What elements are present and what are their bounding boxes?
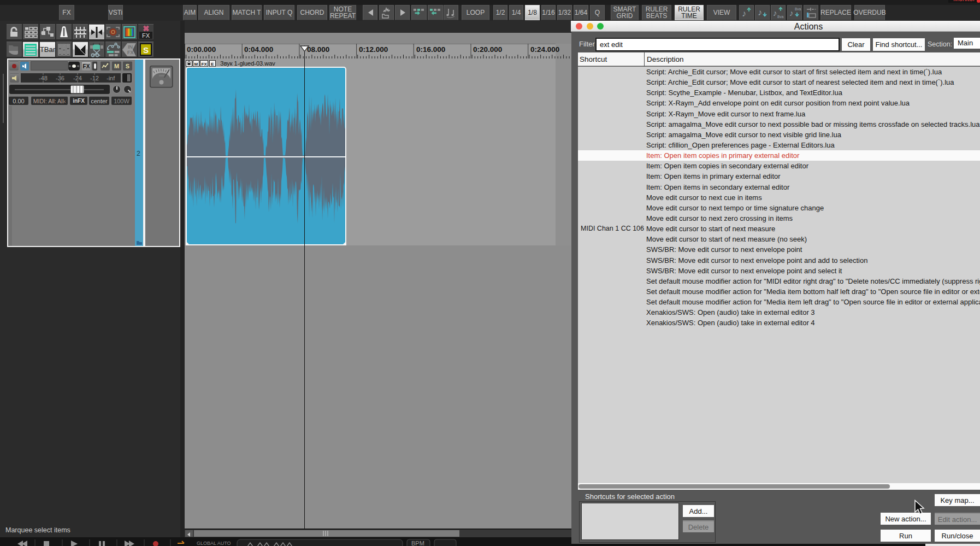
svg-text:8va: 8va xyxy=(777,15,783,19)
svg-text:E: E xyxy=(211,62,214,67)
svg-text:FX: FX xyxy=(142,32,150,39)
svg-text:FX: FX xyxy=(202,62,208,67)
svg-text:0:00.000: 0:00.000 xyxy=(187,45,216,54)
svg-text:♪: ♪ xyxy=(742,9,746,18)
svg-text:M: M xyxy=(194,62,198,67)
svg-text:♪: ♪ xyxy=(773,8,777,17)
svg-text:IN: IN xyxy=(128,44,133,50)
svg-text:FX: FX xyxy=(127,50,134,55)
svg-text:0:16.000: 0:16.000 xyxy=(416,45,445,54)
svg-text:8va: 8va xyxy=(795,7,801,11)
svg-text:08.000: 08.000 xyxy=(307,45,329,54)
svg-text:GLOBAL AUTO: GLOBAL AUTO xyxy=(197,541,231,546)
svg-text:0:04.000: 0:04.000 xyxy=(244,45,273,54)
svg-text:BPM: BPM xyxy=(411,540,424,546)
svg-text:0:24.000: 0:24.000 xyxy=(530,45,559,54)
svg-text:♪: ♪ xyxy=(789,8,794,17)
svg-text:0:12.000: 0:12.000 xyxy=(359,45,388,54)
svg-text:0:20.000: 0:20.000 xyxy=(473,45,502,54)
svg-text:S: S xyxy=(143,45,149,55)
svg-text:♪: ♪ xyxy=(758,8,762,17)
